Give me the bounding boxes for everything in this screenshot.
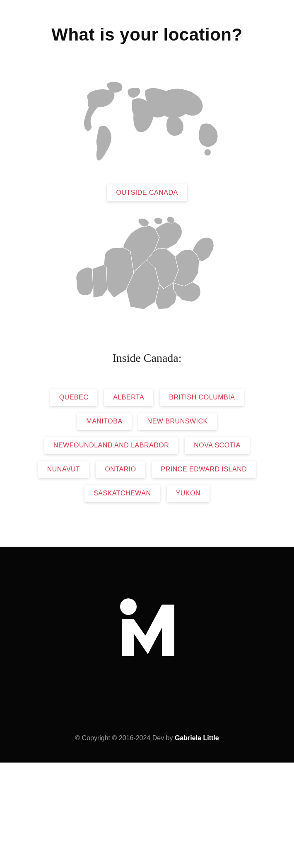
- province-button-manitoba[interactable]: MANITOBA: [77, 413, 131, 430]
- world-map-icon: [68, 78, 226, 164]
- province-button-quebec[interactable]: QUEBEC: [50, 389, 98, 406]
- province-button-ontario[interactable]: ONTARIO: [96, 461, 145, 478]
- canada-map-icon: [72, 215, 222, 339]
- province-button-newfoundland-and-labrador[interactable]: NEWFOUNDLAND AND LABRADOR: [44, 437, 178, 454]
- province-button-prince-edward-island[interactable]: PRINCE EDWARD ISLAND: [152, 461, 256, 478]
- brand-logo-icon: [110, 596, 184, 658]
- province-button-alberta[interactable]: ALBERTA: [104, 389, 153, 406]
- location-selection-main: What is your location? OUTSIDE CANADA: [0, 0, 294, 547]
- inside-canada-label: Inside Canada:: [17, 352, 277, 365]
- logo-wrap: [17, 596, 277, 660]
- developer-name: Gabriela Little: [175, 734, 219, 741]
- outside-canada-button[interactable]: OUTSIDE CANADA: [107, 184, 187, 201]
- province-button-british-columbia[interactable]: BRITISH COLUMBIA: [160, 389, 244, 406]
- copyright-prefix: © Copyright © 2016-2024 Dev by: [75, 734, 175, 741]
- copyright-text: © Copyright © 2016-2024 Dev by Gabriela …: [17, 734, 277, 742]
- page-title: What is your location?: [17, 25, 277, 45]
- province-button-new-brunswick[interactable]: NEW BRUNSWICK: [138, 413, 217, 430]
- province-button-saskatchewan[interactable]: SASKATCHEWAN: [84, 485, 160, 502]
- province-list: QUEBECALBERTABRITISH COLUMBIAMANITOBANEW…: [17, 385, 277, 505]
- outside-canada-wrap: OUTSIDE CANADA: [17, 181, 277, 205]
- province-button-yukon[interactable]: YUKON: [167, 485, 210, 502]
- footer: © Copyright © 2016-2024 Dev by Gabriela …: [0, 547, 294, 763]
- svg-point-0: [120, 598, 137, 615]
- province-button-nunavut[interactable]: NUNAVUT: [38, 461, 89, 478]
- province-button-nova-scotia[interactable]: NOVA SCOTIA: [185, 437, 250, 454]
